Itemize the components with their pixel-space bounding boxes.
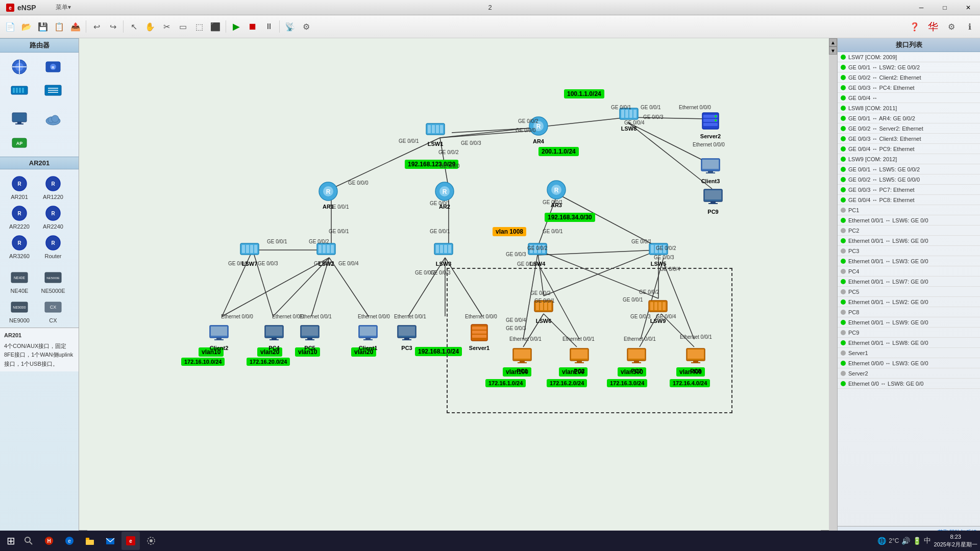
sidebar-item-cx[interactable]: CX CX <box>38 297 68 323</box>
info-btn[interactable]: ℹ <box>962 19 977 34</box>
port-list-item[interactable]: GE 0/0/4 ↔ PC8: Ethernet <box>838 195 980 205</box>
sidebar-item-ne9000[interactable]: NE9000 NE9000 <box>4 297 35 323</box>
close-btn[interactable]: ✕ <box>957 0 980 15</box>
port-list-item[interactable]: Ethernet 0/0/1 ↔ LSW9: GE 0/0 <box>838 317 980 328</box>
port-list-item[interactable]: Ethernet 0/0/1 ↔ LSW7: GE 0/0 <box>838 277 980 287</box>
sidebar-item-ar2240[interactable]: R AR2240 <box>38 203 68 230</box>
device-pc4[interactable]: PC4 <box>263 321 285 351</box>
port-list-item[interactable]: Ethernet 0/0/1 ↔ LSW6: GE 0/0 <box>838 236 980 246</box>
export-btn[interactable]: 📤 <box>68 19 83 34</box>
port-list-item[interactable]: PC1 <box>838 205 980 215</box>
settings-btn[interactable]: ⚙ <box>299 19 314 34</box>
play-btn[interactable]: ▶ <box>229 19 244 34</box>
port-list-item[interactable]: GE 0/0/2 ↔ Server2: Ethernet <box>838 123 980 134</box>
port-list-item[interactable]: GE 0/0/3 ↔ Client3: Ethernet <box>838 134 980 144</box>
device-server1[interactable]: Server1 <box>468 321 491 351</box>
device-pc7[interactable]: PC7 <box>625 344 648 374</box>
move-btn[interactable]: ✋ <box>142 19 158 34</box>
taskbar-ensp[interactable]: e <box>121 532 140 550</box>
device-pc5[interactable]: PC5 <box>299 321 321 351</box>
port-list-item[interactable]: GE 0/0/2 ↔ LSW5: GE 0/0/0 <box>838 174 980 185</box>
port-list-item[interactable]: LSW7 [COM: 2009] <box>838 52 980 62</box>
device-client3[interactable]: Client3 <box>699 155 722 184</box>
port-list-item[interactable]: LSW8 [COM: 2011] <box>838 103 980 113</box>
help-btn[interactable]: ❓ <box>907 19 922 34</box>
scroll-up-btn[interactable]: ▲ <box>829 38 837 46</box>
taskbar-files[interactable] <box>81 532 99 550</box>
maximize-btn[interactable]: □ <box>933 0 957 15</box>
tray-network[interactable]: 🌐 <box>877 537 886 545</box>
sidebar-item-ar1220[interactable]: R AR1220 <box>38 173 68 200</box>
vertical-scrollbar[interactable]: ▲ ▼ <box>829 38 837 538</box>
device-client1[interactable]: Client1 <box>357 321 379 351</box>
huawei-btn[interactable]: 华 <box>925 19 941 34</box>
port-list-item[interactable]: PC9 <box>838 328 980 338</box>
device-pc1[interactable]: PC1 <box>511 344 533 374</box>
sidebar-item-cloud[interactable] <box>38 109 68 129</box>
port-list-item[interactable]: GE 0/0/1 ↔ LSW2: GE 0/0/2 <box>838 62 980 72</box>
new-btn[interactable]: 📄 <box>3 19 18 34</box>
delete-btn[interactable]: ✂ <box>159 19 174 34</box>
device-pc8[interactable]: PC8 <box>684 344 707 374</box>
redo-btn[interactable]: ↪ <box>105 19 120 34</box>
port-list-item[interactable]: Ethernet 0/0/1 ↔ LSW6: GE 0/0 <box>838 215 980 226</box>
sidebar-item-switch2[interactable] <box>38 80 68 101</box>
port-list-item[interactable]: Ethernet 0/0/0 ↔ LSW3: GE 0/0 <box>838 358 980 368</box>
port-list-item[interactable]: GE 0/0/1 ↔ AR4: GE 0/0/2 <box>838 113 980 123</box>
port-list-item[interactable]: GE 0/0/2 ↔ Client2: Ethernet <box>838 72 980 83</box>
sidebar-item-pc[interactable] <box>4 109 35 129</box>
undo-btn[interactable]: ↩ <box>89 19 104 34</box>
tray-lang[interactable]: 中 <box>924 536 931 545</box>
port-list-item[interactable]: LSW9 [COM: 2012] <box>838 154 980 164</box>
sidebar-item-router[interactable]: R Router <box>38 233 68 259</box>
port-list-item[interactable]: GE 0/0/3 ↔ PC7: Ethernet <box>838 185 980 195</box>
taskbar-search[interactable] <box>19 532 38 550</box>
port-list-item[interactable]: Ethernet 0/0/1 ↔ LSW8: GE 0/0 <box>838 338 980 348</box>
sidebar-item-switch1[interactable] <box>4 80 35 101</box>
taskbar-mail[interactable] <box>101 532 119 550</box>
select-btn[interactable]: ↖ <box>126 19 141 34</box>
minimize-btn[interactable]: ─ <box>910 0 933 15</box>
sidebar-item-ar3260[interactable]: R AR3260 <box>4 233 35 259</box>
port-list-item[interactable]: PC8 <box>838 307 980 317</box>
port-list[interactable]: LSW7 [COM: 2009]GE 0/0/1 ↔ LSW2: GE 0/0/… <box>838 52 980 526</box>
sidebar-item-router2[interactable]: R <box>38 57 68 77</box>
start-button[interactable]: ⊞ <box>3 535 19 547</box>
device-lsw3[interactable]: LSW3 <box>432 237 455 267</box>
sidebar-item-ne40e[interactable]: NE40E NE40E <box>4 267 35 294</box>
port-list-item[interactable]: GE 0/0/4 ↔ <box>838 93 980 103</box>
rect-btn[interactable]: ⬚ <box>191 19 207 34</box>
device-pc9[interactable]: PC9 <box>702 185 724 215</box>
device-pc2[interactable]: PC2 <box>568 344 591 374</box>
port-list-item[interactable]: GE 0/0/4 ↔ PC9: Ethernet <box>838 144 980 154</box>
port-list-item[interactable]: Server1 <box>838 348 980 358</box>
stop-btn[interactable]: ⏹ <box>245 19 260 34</box>
save-btn[interactable]: 💾 <box>35 19 51 34</box>
device-lsw9[interactable]: LSW9 <box>647 294 669 324</box>
scroll-down-btn[interactable]: ▼ <box>829 46 837 55</box>
port-list-item[interactable]: GE 0/0/3 ↔ PC4: Ethernet <box>838 83 980 93</box>
port-list-item[interactable]: PC3 <box>838 246 980 256</box>
port-list-item[interactable]: PC4 <box>838 266 980 277</box>
tray-volume[interactable]: 🔊 <box>901 537 910 545</box>
port-list-item[interactable]: PC2 <box>838 226 980 236</box>
fill-btn[interactable]: ⬛ <box>208 19 223 34</box>
sidebar-item-ar2220[interactable]: R AR2220 <box>4 203 35 230</box>
canvas-area[interactable]: 100.1.1.0/24 192.168.123.0/29 200.1.1.0/… <box>79 38 837 538</box>
device-pc3[interactable]: PC3 <box>396 321 418 351</box>
sidebar-item-ar201[interactable]: R AR201 <box>4 173 35 200</box>
device-lsw1[interactable]: LSW1 <box>424 117 447 147</box>
port-list-item[interactable]: PC5 <box>838 287 980 297</box>
save-as-btn[interactable]: 📋 <box>52 19 67 34</box>
device-server2[interactable]: Server2 <box>699 110 722 139</box>
port-list-item[interactable]: Ethernet 0/0/1 ↔ LSW3: GE 0/0 <box>838 256 980 266</box>
area-btn[interactable]: ▭ <box>175 19 190 34</box>
menu-item[interactable]: 菜单▾ <box>52 3 75 12</box>
open-btn[interactable]: 📂 <box>19 19 34 34</box>
capture-btn[interactable]: 📡 <box>282 19 298 34</box>
port-list-item[interactable]: Ethernet 0/0 ↔ LSW8: GE 0/0 <box>838 379 980 389</box>
taskbar-edge[interactable]: e <box>60 532 79 550</box>
port-list-item[interactable]: Ethernet 0/0/1 ↔ LSW2: GE 0/0 <box>838 297 980 307</box>
port-list-item[interactable]: GE 0/0/1 ↔ LSW5: GE 0/0/2 <box>838 164 980 174</box>
port-list-item[interactable]: Server2 <box>838 368 980 379</box>
